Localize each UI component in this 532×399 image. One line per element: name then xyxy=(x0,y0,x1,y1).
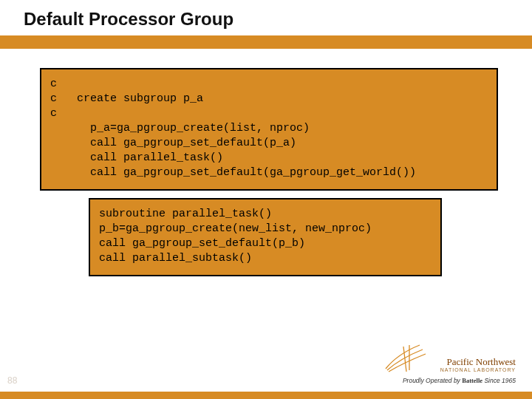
code-line: c create subgroup p_a xyxy=(50,92,488,106)
pnnl-logo-icon xyxy=(384,344,427,373)
tagline-prefix: Proudly Operated by xyxy=(403,377,462,384)
code-block-main: c c create subgroup p_a c p_a=ga_pgroup_… xyxy=(40,68,498,191)
code-line: subroutine parallel_task() xyxy=(99,207,432,222)
code-line: call ga_pgroup_set_default(ga_pgroup_get… xyxy=(50,166,488,180)
code-line: c xyxy=(50,77,488,92)
title-accent-band xyxy=(0,35,532,49)
code-line: c xyxy=(50,106,488,121)
tagline: Proudly Operated by Battelle Since 1965 xyxy=(383,377,516,384)
code-line: call ga_pgroup_set_default(p_a) xyxy=(50,136,488,151)
code-line: call ga_pgroup_set_default(p_b) xyxy=(99,236,432,251)
code-line: p_b=ga_pgroup_create(new_list, new_nproc… xyxy=(99,222,432,236)
slide-number: 88 xyxy=(7,375,17,386)
code-line: call parallel_subtask() xyxy=(99,251,432,266)
footer-accent-band xyxy=(0,392,532,399)
branding-block: Pacific Northwest NATIONAL LABORATORY Pr… xyxy=(383,357,516,384)
slide-title: Default Processor Group xyxy=(24,9,241,30)
code-line: call parallel_task() xyxy=(50,151,488,166)
tagline-operator: Battelle xyxy=(462,377,482,384)
tagline-suffix: Since 1965 xyxy=(482,377,516,384)
code-block-subroutine: subroutine parallel_task() p_b=ga_pgroup… xyxy=(89,198,442,276)
code-line: p_a=ga_pgroup_create(list, nproc) xyxy=(50,121,488,136)
